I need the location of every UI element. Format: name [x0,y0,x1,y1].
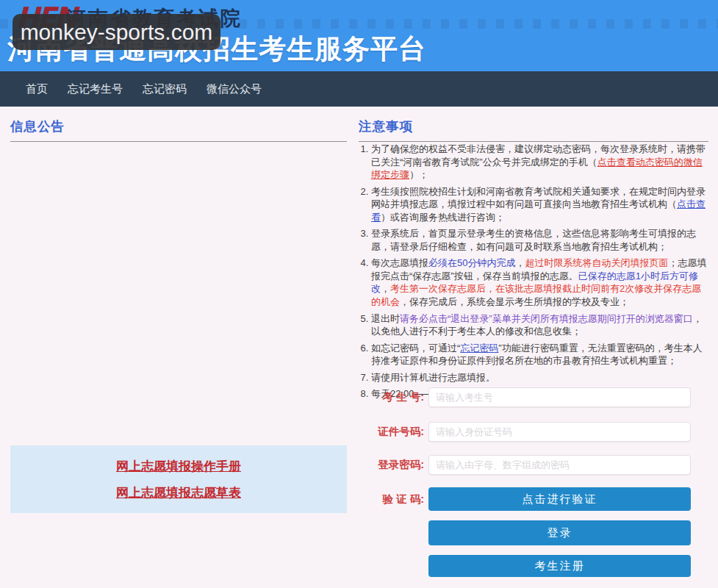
notice-inline-link[interactable]: 忘记密码 [460,343,498,354]
notice-text: 请使用计算机进行志愿填报。 [371,372,495,383]
notices-list: 为了确保您的权益不受非法侵害，建议绑定动态密码，每次登录系统时，请携带已关注“河… [359,143,710,404]
password-row: 登录密码: [359,455,691,475]
notices-title: 注意事项 [359,118,708,135]
notice-text: 必须在50分钟内完成 [428,257,515,268]
examinee-id-row: 考 生 号: [359,387,691,407]
header: HEN 河南省教育考试院 Henan Educational Examinati… [0,0,718,71]
link-volunteer-draft-form[interactable]: 网上志愿填报志愿草表 [116,484,241,501]
notice-text: 超过时限系统将自动关闭填报页面 [525,257,668,268]
notice-text: ， [381,283,390,294]
login-button[interactable]: 登录 [428,520,691,545]
password-label: 登录密码: [359,458,424,472]
notice-text: ）； [409,169,428,180]
announcements-panel-header: 信息公告 [10,118,347,142]
captcha-label: 验 证 码: [359,492,424,506]
notice-item: 退出时请务必点击“退出登录”菜单并关闭所有填报志愿期间打开的浏览器窗口，以免他人… [371,312,710,338]
link-volunteer-operation-manual[interactable]: 网上志愿填报操作手册 [116,458,241,475]
notice-text: 如忘记密码，可通过“ [371,343,460,354]
certificate-number-input[interactable] [428,422,691,442]
certificate-number-label: 证件号码: [359,425,424,439]
notice-text: ， [515,257,525,268]
examinee-id-input[interactable] [428,387,691,407]
info-links-box: 网上志愿填报操作手册 网上志愿填报志愿草表 [10,445,347,513]
notice-text: 每次志愿填报 [371,257,428,268]
notice-text: 请务必点击“退出登录”菜单并关闭所有填报志愿期间打开的浏览器窗口 [400,313,693,324]
notices-panel-header: 注意事项 [359,118,708,142]
notice-text: ）或咨询服务热线进行咨询； [381,212,505,223]
nav-item-forgot-password[interactable]: 忘记密码 [143,82,187,96]
notice-item: 为了确保您的权益不受非法侵害，建议绑定动态密码，每次登录系统时，请携带已关注“河… [371,143,710,182]
notice-text: 退出时 [371,313,400,324]
announcements-area [10,143,347,444]
verify-button[interactable]: 点击进行验证 [428,487,691,511]
notice-item: 考生须按照院校招生计划和河南省教育考试院相关通知要求，在规定时间内登录网站并填报… [371,185,710,224]
notice-text: 考生须按照院校招生计划和河南省教育考试院相关通知要求，在规定时间内登录网站并填报… [371,186,706,210]
password-input[interactable] [428,455,691,475]
examinee-id-label: 考 生 号: [359,390,424,404]
nav-bar: 首页 忘记考生号 忘记密码 微信公众号 [0,71,718,107]
notice-text: 登录系统后，首页显示登录考生的资格信息，这些信息将影响考生可填报的志愿，请登录后… [371,228,696,252]
notice-item: 请使用计算机进行志愿填报。 [371,371,710,384]
register-button[interactable]: 考生注册 [428,555,691,577]
notice-text: ，保存完成后，系统会显示考生所填报的学校及专业； [400,296,629,307]
watermark-overlay: monkey-sports.com [12,14,220,50]
captcha-row: 验 证 码: 点击进行验证 [359,487,691,511]
announcements-title: 信息公告 [10,118,347,135]
certificate-number-row: 证件号码: [359,422,691,442]
notice-item: 每次志愿填报必须在50分钟内完成，超过时限系统将自动关闭填报页面；志愿填报完点击… [371,257,710,308]
notice-item: 登录系统后，首页显示登录考生的资格信息，这些信息将影响考生可填报的志愿，请登录后… [371,227,710,253]
nav-item-home[interactable]: 首页 [26,82,48,96]
nav-item-forgot-examinee-id[interactable]: 忘记考生号 [68,82,123,96]
nav-item-wechat-account[interactable]: 微信公众号 [207,82,262,96]
notice-item: 如忘记密码，可通过“忘记密码”功能进行密码重置，无法重置密码的，考生本人持准考证… [371,342,710,368]
